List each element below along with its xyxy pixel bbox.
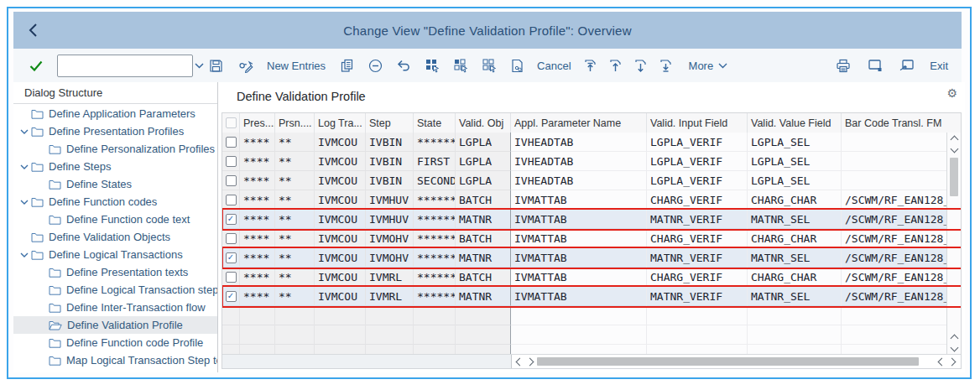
undo-button[interactable] <box>394 56 413 75</box>
tree-item[interactable]: Map Logical Transaction Step to <box>13 351 217 369</box>
column-header-valid_obj[interactable]: Valid. Obj <box>456 113 511 133</box>
tree-item[interactable]: Define Application Parameters <box>13 105 217 122</box>
new-session-button[interactable] <box>898 56 916 75</box>
scroll-right-icon[interactable] <box>524 356 537 367</box>
row-checkbox[interactable] <box>226 233 237 244</box>
vertical-scroll-thumb[interactable] <box>950 158 958 196</box>
chevron-down-icon[interactable] <box>17 129 31 134</box>
row-select-cell[interactable] <box>222 190 240 210</box>
table-row[interactable]: ******IVMCOUIVBINSECONDLGPLAIVHEADTABLGP… <box>222 171 947 190</box>
column-header-pres[interactable]: Pres.... <box>240 113 275 133</box>
scroll-up-icon[interactable] <box>948 331 961 343</box>
select-block-button[interactable] <box>451 56 470 75</box>
tree-item[interactable]: Define Function codes <box>13 193 217 211</box>
last-page-button[interactable] <box>657 56 675 75</box>
new-entries-button[interactable]: New Entries <box>267 60 326 72</box>
popup-window-button[interactable] <box>866 56 884 75</box>
tree-item[interactable]: Define Presentation Profiles <box>13 122 217 140</box>
column-header-valid_value_field[interactable]: Valid. Value Field <box>748 113 842 133</box>
row-checkbox[interactable]: ✓ <box>226 252 237 263</box>
tree-item[interactable]: Define Logical Transactions <box>13 246 217 263</box>
next-page-button[interactable] <box>632 56 650 75</box>
column-header-bar_code_fm[interactable]: Bar Code Transl. FM <box>842 113 961 133</box>
table-row[interactable]: ✓******IVMCOUIVMHUV******MATNRIVMATTABMA… <box>222 210 947 229</box>
row-checkbox[interactable]: ✓ <box>226 214 237 225</box>
select-all-button[interactable] <box>423 56 441 75</box>
row-select-cell[interactable]: ✓ <box>222 287 240 306</box>
column-header-select[interactable] <box>222 113 240 133</box>
enter-confirm-button[interactable] <box>27 56 45 75</box>
delete-row-button[interactable] <box>366 56 384 75</box>
tree-item[interactable]: Define Function code text <box>13 211 217 228</box>
scroll-down-icon[interactable] <box>948 144 961 156</box>
tree-item[interactable]: Define Logical Transaction step f <box>13 281 217 299</box>
table-row[interactable]: ******IVMCOUIVBIN******LGPLAIVHEADTABLGP… <box>222 133 947 152</box>
column-header-valid_input_field[interactable]: Valid. Input Field <box>647 113 748 133</box>
tree-item[interactable]: Define Validation Profile <box>13 316 217 334</box>
row-checkbox[interactable] <box>226 137 237 148</box>
exit-button[interactable]: Exit <box>930 60 948 72</box>
tree-item[interactable]: Define Inter-Transaction flow <box>13 299 217 316</box>
chevron-down-icon[interactable] <box>17 164 31 169</box>
toolbar: New Entries <box>13 49 962 83</box>
table-row[interactable]: ✓******IVMCOUIVMOHV******MATNRIVMATTABMA… <box>222 248 947 268</box>
row-select-cell[interactable]: ✓ <box>222 210 240 229</box>
horizontal-scrollbar[interactable] <box>222 354 961 368</box>
copy-as-button[interactable] <box>337 56 356 75</box>
tree-item[interactable]: Define States <box>13 175 217 193</box>
previous-page-button[interactable] <box>607 56 625 75</box>
row-select-cell[interactable]: ✓ <box>222 248 240 268</box>
table-row[interactable]: ******IVMCOUIVMRL******BATCHIVMATTABCHAR… <box>222 268 947 287</box>
column-header-step[interactable]: Step <box>366 113 414 133</box>
display-bc-set-button[interactable] <box>508 56 527 75</box>
cancel-button[interactable]: Cancel <box>537 60 571 72</box>
tree-item[interactable]: Define Personalization Profiles <box>13 140 217 158</box>
tree-item[interactable]: Define Steps <box>13 158 217 175</box>
command-input[interactable] <box>58 55 195 76</box>
chevron-down-icon[interactable] <box>195 63 204 69</box>
row-select-cell[interactable] <box>222 268 240 287</box>
row-select-cell[interactable] <box>222 152 240 171</box>
select-all-icon <box>425 58 440 73</box>
row-checkbox[interactable]: ✓ <box>226 291 237 302</box>
scroll-left-icon[interactable] <box>512 356 524 367</box>
chevron-down-icon[interactable] <box>17 252 31 257</box>
column-header-appl_param_name[interactable]: Appl. Parameter Name <box>511 113 647 133</box>
row-select-cell[interactable] <box>222 133 240 152</box>
gear-icon[interactable]: ⚙ <box>946 86 957 100</box>
row-checkbox[interactable] <box>226 175 237 186</box>
row-checkbox[interactable] <box>226 195 237 205</box>
scroll-up-icon[interactable] <box>948 133 961 144</box>
row-checkbox[interactable] <box>226 272 237 283</box>
row-checkbox[interactable] <box>226 156 237 167</box>
folder-icon <box>31 127 44 137</box>
command-field[interactable] <box>57 55 193 77</box>
cell-appl_param_name: IVHEADTAB <box>511 152 647 171</box>
table-row[interactable]: ✓******IVMCOUIVMRL******MATNRIVMATTABMAT… <box>222 287 947 306</box>
column-header-state[interactable]: State <box>414 113 456 133</box>
horizontal-scroll-thumb[interactable] <box>537 357 919 366</box>
deselect-all-button[interactable] <box>480 56 498 75</box>
tree-item[interactable]: Define Validation Objects <box>13 228 217 246</box>
save-button[interactable] <box>206 56 225 75</box>
select-all-checkbox[interactable] <box>226 117 237 128</box>
table-row[interactable]: ******IVMCOUIVBINFIRSTLGPLAIVHEADTABLGPL… <box>222 152 947 171</box>
column-header-prsn[interactable]: Prsn.... <box>275 113 315 133</box>
more-button[interactable]: More <box>689 60 728 72</box>
row-select-cell[interactable] <box>222 229 240 248</box>
vertical-scrollbar[interactable] <box>946 133 961 355</box>
cell-bar_code_fm: /SCWM/RF_EAN128_S <box>842 190 947 210</box>
scroll-left-icon[interactable] <box>934 356 946 367</box>
scroll-right-icon[interactable] <box>946 356 959 367</box>
table-row[interactable]: ******IVMCOUIVMHUV******BATCHIVMATTABCHA… <box>222 190 947 210</box>
print-button[interactable] <box>834 56 852 75</box>
column-header-log_tra[interactable]: Log Tra... <box>315 113 366 133</box>
tree-item[interactable]: Define Function code Profile <box>13 334 217 351</box>
tree-item[interactable]: Define Presentation texts <box>13 263 217 281</box>
table-row[interactable]: ******IVMCOUIVMOHV******BATCHIVMATTABCHA… <box>222 229 947 248</box>
row-select-cell[interactable] <box>222 171 240 190</box>
first-page-button[interactable] <box>581 56 600 75</box>
display-change-button[interactable] <box>237 56 255 75</box>
chevron-down-icon[interactable] <box>17 200 31 205</box>
scroll-down-icon[interactable] <box>948 343 961 355</box>
